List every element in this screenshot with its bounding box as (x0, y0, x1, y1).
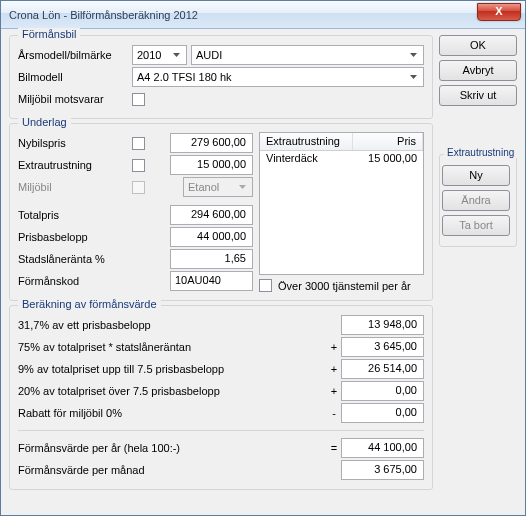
window-body: Förmånsbil Årsmodell/bilmärke 2010 AUDI … (1, 29, 525, 515)
table-row[interactable]: Vinterdäck 15 000,00 (260, 151, 423, 169)
formansbil-group: Förmånsbil Årsmodell/bilmärke 2010 AUDI … (9, 35, 433, 119)
extrautrustning-group: Extrautrustning Ny Ändra Ta bort (439, 154, 517, 247)
ranta-label: Stadslåneränta % (18, 253, 128, 265)
ny-button[interactable]: Ny (442, 165, 510, 186)
calc-r2-op: + (327, 341, 341, 353)
calc-r5-op: - (327, 407, 341, 419)
right-column: OK Avbryt Skriv ut Extrautrustning Ny Än… (439, 35, 517, 507)
titlebar: Crona Lön - Bilförmånsberäkning 2012 X (1, 1, 525, 29)
svg-marker-0 (173, 53, 180, 57)
chevron-down-icon (169, 47, 184, 63)
chevron-down-icon (406, 69, 421, 85)
miljobil-type-checkbox (132, 181, 145, 194)
ranta-value: 1,65 (170, 249, 253, 269)
bilmodell-label: Bilmodell (18, 71, 128, 83)
calc-r5-desc: Rabatt för miljöbil 0% (18, 407, 327, 419)
nybilspris-checkbox[interactable] (132, 137, 145, 150)
left-column: Förmånsbil Årsmodell/bilmärke 2010 AUDI … (9, 35, 433, 507)
tjanstmil-checkbox[interactable] (259, 279, 272, 292)
formansbil-legend: Förmånsbil (18, 28, 80, 40)
extra-label: Extrautrustning (18, 159, 128, 171)
total-label: Totalpris (18, 209, 128, 221)
prisbas-value: 44 000,00 (170, 227, 253, 247)
tabort-button: Ta bort (442, 215, 510, 236)
total-value: 294 600,00 (170, 205, 253, 225)
close-button[interactable]: X (477, 3, 521, 21)
calc-r4-op: + (327, 385, 341, 397)
make-combo[interactable]: AUDI (191, 45, 424, 65)
calc-r5-val: 0,00 (341, 403, 424, 423)
underlag-legend: Underlag (18, 116, 71, 128)
year-combo[interactable]: 2010 (132, 45, 187, 65)
kod-value: 10AU040 (170, 271, 253, 291)
calc-r1-desc: 31,7% av ett prisbasbelopp (18, 319, 327, 331)
row-name: Vinterdäck (260, 151, 353, 169)
underlag-left: Nybilspris 279 600,00 Extrautrustning 15… (18, 132, 253, 292)
chevron-down-icon (235, 179, 250, 195)
calc-r6-val: 44 100,00 (341, 438, 424, 458)
calc-r3-desc: 9% av totalpriset upp till 7.5 prisbasbe… (18, 363, 327, 375)
svg-marker-1 (410, 53, 417, 57)
extra-table[interactable]: Extrautrustning Pris Vinterdäck 15 000,0… (259, 132, 424, 275)
kod-label: Förmånskod (18, 275, 128, 287)
row-price: 15 000,00 (353, 151, 423, 169)
calc-r2-desc: 75% av totalpriset * statslåneräntan (18, 341, 327, 353)
col-price: Pris (353, 133, 423, 150)
calc-r4-val: 0,00 (341, 381, 424, 401)
separator (18, 430, 424, 431)
nybilspris-value[interactable]: 279 600,00 (170, 133, 253, 153)
prisbas-label: Prisbasbelopp (18, 231, 128, 243)
tjanstmil-label: Över 3000 tjänstemil per år (278, 280, 411, 292)
calc-r3-val: 26 514,00 (341, 359, 424, 379)
year-value: 2010 (137, 49, 161, 61)
model-value: A4 2.0 TFSI 180 hk (137, 71, 232, 83)
app-window: Crona Lön - Bilförmånsberäkning 2012 X F… (0, 0, 526, 516)
table-head: Extrautrustning Pris (260, 133, 423, 151)
model-combo[interactable]: A4 2.0 TFSI 180 hk (132, 67, 424, 87)
calc-r2-val: 3 645,00 (341, 337, 424, 357)
arsmodell-label: Årsmodell/bilmärke (18, 49, 128, 61)
calc-r6-desc: Förmånsvärde per år (hela 100:-) (18, 442, 327, 454)
calc-group: Beräkning av förmånsvärde 31,7% av ett p… (9, 305, 433, 490)
calc-r4-desc: 20% av totalpriset över 7.5 prisbasbelop… (18, 385, 327, 397)
miljobil-motsvarar-label: Miljöbil motsvarar (18, 93, 128, 105)
calc-legend: Beräkning av förmånsvärde (18, 298, 161, 310)
nybilspris-label: Nybilspris (18, 137, 128, 149)
skriv-ut-button[interactable]: Skriv ut (439, 85, 517, 106)
miljobil-label: Miljöbil (18, 181, 128, 193)
window-title: Crona Lön - Bilförmånsberäkning 2012 (9, 9, 198, 21)
calc-r7-desc: Förmånsvärde per månad (18, 464, 327, 476)
miljobil-combo: Etanol (183, 177, 253, 197)
andra-button: Ändra (442, 190, 510, 211)
make-value: AUDI (196, 49, 222, 61)
calc-r6-op: = (327, 442, 341, 454)
svg-marker-3 (239, 185, 246, 189)
extra-checkbox[interactable] (132, 159, 145, 172)
calc-r1-val: 13 948,00 (341, 315, 424, 335)
chevron-down-icon (406, 47, 421, 63)
miljobil-option: Etanol (188, 181, 219, 193)
calc-r7-val: 3 675,00 (341, 460, 424, 480)
svg-marker-2 (410, 75, 417, 79)
col-name: Extrautrustning (260, 133, 353, 150)
extra-value[interactable]: 15 000,00 (170, 155, 253, 175)
underlag-group: Underlag Nybilspris 279 600,00 Extrautru… (9, 123, 433, 301)
calc-r3-op: + (327, 363, 341, 375)
extra-legend: Extrautrustning (444, 147, 517, 158)
ok-button[interactable]: OK (439, 35, 517, 56)
avbryt-button[interactable]: Avbryt (439, 60, 517, 81)
miljobil-checkbox[interactable] (132, 93, 145, 106)
